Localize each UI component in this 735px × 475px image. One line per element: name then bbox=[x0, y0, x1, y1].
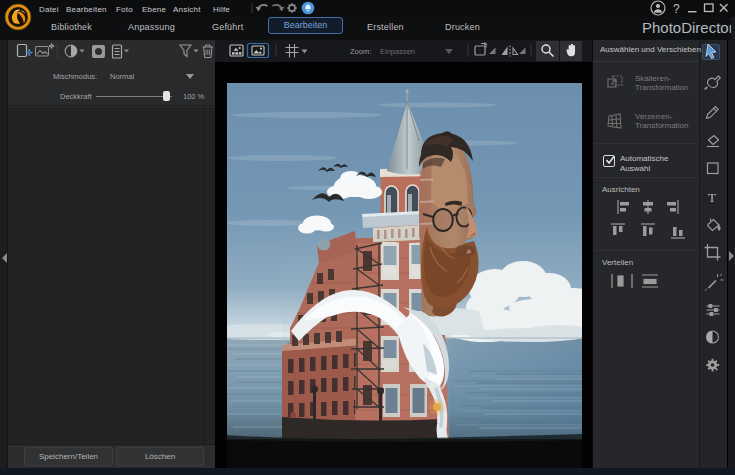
svg-text:T: T bbox=[708, 190, 716, 205]
svg-text:Zoom:: Zoom: bbox=[350, 47, 371, 56]
svg-text:?: ? bbox=[673, 2, 680, 16]
svg-text:Einpassen: Einpassen bbox=[380, 47, 415, 56]
